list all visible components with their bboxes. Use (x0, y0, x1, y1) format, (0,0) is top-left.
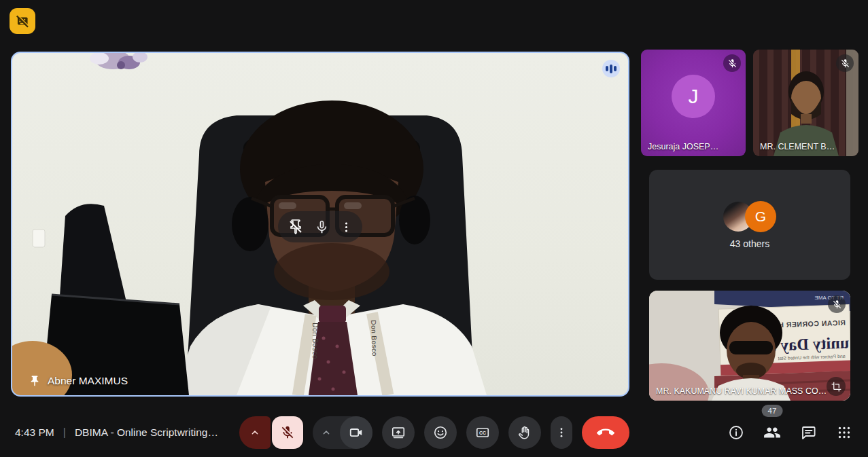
main-video-tile-abner[interactable]: Don Bosco Don Bosco Abner MAXIMUS (11, 52, 629, 397)
reactions-button[interactable] (424, 416, 457, 449)
captions-button[interactable]: CC (466, 416, 499, 449)
clock-time: 4:43 PM (15, 426, 54, 439)
participant-name: Jesuraja JOSEPH A… (648, 142, 723, 151)
avatar: J (672, 75, 715, 118)
mic-button mic-icon[interactable] (314, 219, 330, 235)
crop-icon (831, 382, 841, 392)
chat-button[interactable] (799, 424, 817, 441)
unpin-button pin-off-icon[interactable] (288, 219, 304, 235)
tile-hover-controls (278, 211, 362, 242)
present-button[interactable] (382, 416, 415, 449)
lanyard-text-left: Don Bosco (311, 323, 319, 359)
raise-hand-button[interactable] (508, 416, 541, 449)
participant-name: MR. KAKUMANU RAVI KUMAR MASS CO… (656, 386, 827, 396)
participant-tile-clement[interactable]: MR. CLEMENT BAB… (753, 50, 858, 156)
info-icon (728, 424, 744, 441)
status-chip-button[interactable] (10, 8, 35, 34)
camera-button[interactable] (340, 416, 372, 449)
others-count-label: 43 others (730, 238, 769, 249)
avatar-letter: G (755, 208, 766, 225)
participants-count-badge: 47 (762, 405, 783, 417)
mic-control-group (239, 416, 303, 449)
call-controls: CC (239, 408, 629, 457)
keyboard-off-icon (14, 12, 31, 30)
overflow-avatars: G (723, 201, 776, 232)
meeting-info: 4:43 PM | DBIMA - Online Scriptwriting… (15, 408, 218, 457)
mic-off-icon (727, 58, 737, 69)
audio-activity-indicator (602, 60, 620, 77)
participant-video-kakumanu: RT TO AME RICAN CORNER HYDERABAD unity D… (649, 291, 850, 401)
mic-options-button[interactable] (239, 416, 271, 449)
mic-off-badge (723, 54, 741, 72)
participants-button[interactable]: 47 (763, 424, 781, 441)
participant-tile-kakumanu[interactable]: RT TO AME RICAN CORNER HYDERABAD unity D… (649, 291, 850, 401)
lanyard-text-right: Don Bosco (370, 320, 379, 357)
captions-label: CC (479, 431, 486, 435)
more-options-button[interactable] (551, 416, 572, 449)
more-vert-icon (555, 426, 568, 439)
camera-icon (349, 425, 364, 440)
chat-icon (800, 424, 816, 441)
others-overflow-tile[interactable]: G 43 others (649, 170, 850, 280)
participant-tile-jesuraja[interactable]: J Jesuraja JOSEPH A… (641, 50, 746, 156)
people-icon (763, 424, 781, 441)
divider: | (63, 426, 66, 439)
participant-name: Abner MAXIMUS (48, 375, 128, 387)
present-screen-icon (391, 425, 406, 440)
avatar-letter: J (689, 85, 699, 108)
call-end-icon (597, 424, 614, 441)
emoji-smile-icon (433, 425, 448, 440)
meeting-title: DBIMA - Online Scriptwriting… (75, 426, 218, 439)
panel-buttons: 47 (727, 408, 853, 457)
crop-button[interactable] (827, 377, 846, 396)
activities-button[interactable] (835, 424, 853, 441)
mic-off-icon (840, 58, 850, 69)
raise-hand-icon (517, 425, 532, 440)
camera-control-group (313, 416, 372, 449)
letter-avatar: G (745, 201, 776, 232)
apps-grid-icon (836, 424, 852, 441)
mic-off-icon (832, 299, 842, 310)
pin-icon (29, 375, 41, 387)
tile-more-button more-vert-icon[interactable] (340, 221, 353, 234)
mic-off-icon (280, 425, 295, 440)
captions-icon: CC (475, 425, 490, 440)
end-call-button[interactable] (582, 416, 629, 449)
camera-options-button[interactable] (313, 416, 340, 449)
mic-off-badge (828, 295, 846, 313)
chevron-up-icon (249, 427, 260, 438)
mic-off-badge (836, 54, 854, 72)
chevron-up-icon (321, 427, 332, 438)
mute-button-muted[interactable] (272, 416, 303, 449)
nameplate: Abner MAXIMUS (29, 375, 128, 387)
participant-name: MR. CLEMENT BAB… (760, 142, 835, 151)
meeting-details-button[interactable] (727, 424, 745, 441)
